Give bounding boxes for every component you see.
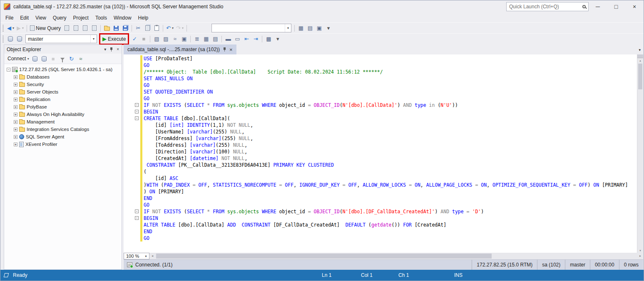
undo-button[interactable]: ↶▾	[165, 24, 175, 33]
analysis-services-xmla-query-button[interactable]	[90, 24, 99, 33]
fold-collapse-icon[interactable]	[135, 116, 139, 120]
open-file-button[interactable]	[102, 24, 112, 33]
fold-collapse-icon[interactable]	[135, 103, 139, 107]
expand-icon[interactable]: +	[14, 98, 17, 101]
copy-button[interactable]	[143, 24, 152, 33]
scroll-down-icon[interactable]: ▾	[637, 248, 643, 253]
live-query-statistics-button[interactable]: ≈	[170, 35, 179, 44]
code-line[interactable]: END	[144, 195, 637, 202]
code-line[interactable]: GO	[144, 95, 637, 102]
code-line[interactable]: USE [ProDataTest]	[144, 55, 637, 62]
expand-icon[interactable]: +	[14, 128, 17, 131]
code-line[interactable]: [CreatedAt] [datetime] NOT NULL,	[144, 155, 637, 162]
menu-edit[interactable]: Edit	[17, 14, 32, 22]
new-query-button[interactable]: New Query	[29, 24, 62, 33]
expand-icon[interactable]: +	[14, 90, 17, 94]
expand-icon[interactable]: +	[14, 120, 17, 124]
expand-icon[interactable]: +	[14, 83, 17, 86]
tree-item-polybase[interactable]: +PolyBase	[4, 103, 122, 111]
menu-project[interactable]: Project	[70, 14, 92, 22]
tree-item-security[interactable]: +Security	[4, 81, 122, 88]
paste-button[interactable]	[152, 24, 161, 33]
dropdown-arrow-icon[interactable]: ▾	[172, 26, 174, 30]
code-line[interactable]: ALTER TABLE [dbo].[CallData] ADD CONSTRA…	[144, 222, 637, 228]
window-position-icon[interactable]: ▾	[104, 47, 106, 52]
code-line[interactable]: GO	[144, 235, 637, 242]
document-tab[interactable]: calldata_table.sql -....25.master (sa (1…	[124, 44, 236, 54]
object-explorer-header[interactable]: Object Explorer ▾×	[4, 45, 122, 54]
properties-window-button[interactable]: ▣	[315, 24, 324, 33]
dropdown-arrow-icon[interactable]: ▾	[90, 35, 97, 43]
tree-item-sql-server-agent[interactable]: +SQL Server Agent	[4, 133, 122, 140]
code-line[interactable]: GO	[144, 202, 637, 208]
tree-item-integration-services-catalogs[interactable]: +Integration Services Catalogs	[4, 126, 122, 133]
database-engine-query-button[interactable]	[62, 24, 71, 33]
code-line[interactable]: [FromAddress] [varchar](255) NULL,	[144, 135, 637, 142]
find-combo[interactable]: ▾	[211, 24, 291, 32]
code-line[interactable]: (	[144, 168, 637, 175]
dropdown-arrow-icon[interactable]: ▾	[27, 57, 29, 61]
scrollbar-thumb[interactable]	[638, 64, 642, 89]
code-line[interactable]: BEGIN	[144, 108, 637, 115]
scroll-left-icon[interactable]: ◂	[149, 253, 155, 259]
cut-button[interactable]: ✂	[134, 24, 143, 33]
code-editor[interactable]: USE [ProDataTest]GO/****** Object: Table…	[124, 54, 643, 253]
menu-file[interactable]: File	[2, 14, 17, 22]
code-line[interactable]: [id] [int] IDENTITY(1,1) NOT NULL,	[144, 122, 637, 128]
decrease-indent-button[interactable]: ⇤	[242, 35, 251, 44]
registered-servers-button[interactable]: ▦	[296, 24, 306, 33]
fold-collapse-icon[interactable]	[135, 210, 139, 213]
horizontal-scrollbar[interactable]: ◂ ▸	[149, 253, 643, 259]
code-line[interactable]: GO	[144, 62, 637, 69]
tree-item-replication[interactable]: +Replication	[4, 96, 122, 103]
execute-button[interactable]: ▶Execute	[101, 35, 127, 44]
close-button[interactable]: ×	[625, 0, 644, 13]
connect-button[interactable]	[6, 35, 15, 44]
scrollbar-thumb[interactable]	[156, 254, 492, 259]
close-icon[interactable]: ×	[229, 47, 233, 53]
disconnect-button[interactable]	[40, 54, 49, 63]
sqlcmd-mode-button[interactable]: ▩	[264, 35, 273, 44]
tree-item-172-27-82-25-sql-server-15-0-4326-1-sa[interactable]: -172.27.82.25 (SQL Server 15.0.4326.1 - …	[4, 66, 122, 73]
code-line[interactable]: /****** Object: Table [dbo].[CallData] S…	[144, 69, 637, 75]
quick-launch-input[interactable]: Quick Launch (Ctrl+Q)	[506, 2, 589, 11]
maximize-button[interactable]: □	[607, 0, 625, 13]
dropdown-arrow-icon[interactable]: ▾	[22, 26, 24, 30]
code-line[interactable]: GO	[144, 82, 637, 89]
scroll-right-icon[interactable]: ▸	[637, 253, 643, 259]
code-line[interactable]: SET ANSI_NULLS ON	[144, 75, 637, 82]
code-line[interactable]: IF NOT EXISTS (SELECT * FROM sys.objects…	[144, 102, 637, 108]
dropdown-arrow-icon[interactable]: ▾	[182, 26, 184, 30]
pin-icon[interactable]	[223, 47, 226, 52]
code-line[interactable]: [UserName] [varchar](255) NULL,	[144, 128, 637, 135]
refresh-button[interactable]: ↻	[67, 54, 76, 63]
vertical-scrollbar[interactable]: ▴ ▾	[637, 54, 643, 253]
connect-object-explorer-button[interactable]	[30, 54, 40, 63]
expand-icon[interactable]: +	[14, 113, 17, 116]
code-line[interactable]: [Direction] [varchar](100) NULL,	[144, 148, 637, 155]
code-line[interactable]: )WITH (PAD_INDEX = OFF, STATISTICS_NOREC…	[144, 182, 637, 188]
expand-icon[interactable]: +	[14, 135, 17, 139]
tree-item-management[interactable]: +Management	[4, 118, 122, 126]
available-databases-combo[interactable]: master▾	[25, 35, 97, 43]
navigate-backward-button[interactable]: ◀▾	[6, 24, 15, 33]
tree-item-server-objects[interactable]: +Server Objects	[4, 88, 122, 96]
save-button[interactable]	[112, 24, 121, 33]
code-line[interactable]: [id] ASC	[144, 175, 637, 182]
increase-indent-button[interactable]: ⇥	[251, 35, 260, 44]
display-estimated-plan-button[interactable]: ▧	[152, 35, 161, 44]
connect-dropdown[interactable]: Connect▾	[6, 54, 30, 63]
toolbar-options-button[interactable]: ▾	[324, 24, 333, 33]
dropdown-arrow-icon[interactable]: ▾	[143, 253, 149, 259]
menu-tools[interactable]: Tools	[92, 14, 110, 22]
document-list-dropdown-icon[interactable]: ▾	[639, 48, 641, 52]
code-line[interactable]: CREATE TABLE [dbo].[CallData](	[144, 115, 637, 122]
filter-button[interactable]	[58, 54, 67, 63]
expand-icon[interactable]: +	[14, 105, 17, 109]
change-connection-button[interactable]	[15, 35, 24, 44]
expand-icon[interactable]: +	[14, 143, 17, 146]
menu-help[interactable]: Help	[135, 14, 152, 22]
code-line[interactable]: IF NOT EXISTS (SELECT * FROM sys.objects…	[144, 208, 637, 215]
activity-monitor-button[interactable]: ≈	[76, 54, 85, 63]
analysis-services-dmx-query-button[interactable]	[80, 24, 90, 33]
